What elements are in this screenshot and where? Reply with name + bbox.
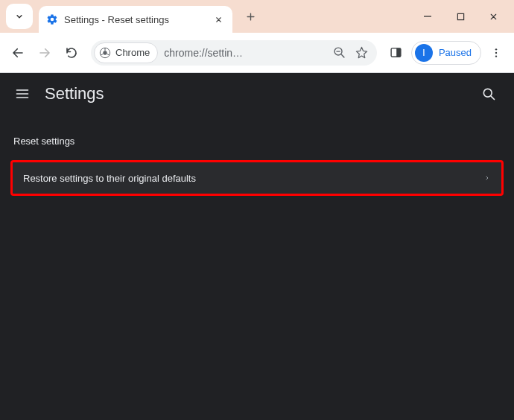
star-icon bbox=[355, 46, 368, 59]
kebab-icon bbox=[490, 47, 502, 59]
plus-icon bbox=[245, 11, 256, 22]
svg-point-6 bbox=[495, 48, 497, 50]
restore-defaults-label: Restore settings to their original defau… bbox=[23, 173, 483, 184]
arrow-left-icon bbox=[11, 46, 25, 60]
site-chip-label: Chrome bbox=[115, 47, 150, 58]
close-icon bbox=[489, 12, 498, 22]
settings-header: Settings bbox=[0, 73, 514, 115]
svg-rect-5 bbox=[397, 48, 402, 57]
url-text: chrome://settin… bbox=[164, 47, 329, 59]
avatar-initial: I bbox=[422, 48, 425, 58]
bookmark-button[interactable] bbox=[352, 42, 372, 63]
svg-rect-0 bbox=[457, 13, 463, 19]
chevron-down-icon bbox=[14, 11, 25, 22]
chrome-menu-button[interactable] bbox=[484, 41, 508, 65]
new-tab-button[interactable] bbox=[240, 6, 261, 27]
svg-point-2 bbox=[103, 51, 107, 54]
maximize-button[interactable] bbox=[444, 4, 477, 28]
avatar: I bbox=[415, 44, 433, 62]
close-icon bbox=[215, 16, 223, 24]
chrome-logo-icon bbox=[99, 47, 111, 59]
window-titlebar: Settings - Reset settings bbox=[0, 0, 514, 33]
search-icon bbox=[481, 86, 496, 101]
section-label: Reset settings bbox=[0, 115, 514, 156]
back-button[interactable] bbox=[6, 41, 30, 65]
window-controls bbox=[411, 0, 510, 33]
minimize-icon bbox=[423, 12, 432, 21]
zoom-out-icon bbox=[333, 46, 346, 59]
profile-status: Paused bbox=[439, 47, 472, 58]
tab-close-button[interactable] bbox=[212, 13, 225, 26]
chevron-right-icon bbox=[483, 174, 491, 182]
site-chip[interactable]: Chrome bbox=[94, 42, 158, 63]
omnibox-actions bbox=[329, 42, 372, 63]
page-title: Settings bbox=[45, 84, 104, 104]
reload-icon bbox=[65, 46, 78, 60]
minimize-button[interactable] bbox=[411, 4, 444, 28]
tab-search-button[interactable] bbox=[6, 4, 33, 29]
panel-icon bbox=[390, 46, 402, 59]
address-bar[interactable]: Chrome chrome://settin… bbox=[91, 40, 377, 66]
search-settings-button[interactable] bbox=[480, 85, 498, 103]
side-panel-button[interactable] bbox=[384, 41, 408, 65]
forward-button[interactable] bbox=[33, 41, 57, 65]
browser-toolbar: Chrome chrome://settin… I Paused bbox=[0, 33, 514, 73]
hamburger-icon bbox=[15, 86, 30, 101]
zoom-button[interactable] bbox=[329, 42, 350, 63]
close-window-button[interactable] bbox=[477, 4, 510, 28]
profile-chip[interactable]: I Paused bbox=[411, 41, 481, 65]
browser-tab[interactable]: Settings - Reset settings bbox=[39, 6, 232, 33]
svg-point-8 bbox=[495, 55, 497, 57]
gear-icon bbox=[46, 13, 58, 25]
arrow-right-icon bbox=[38, 46, 51, 60]
reload-button[interactable] bbox=[60, 41, 83, 65]
tab-title: Settings - Reset settings bbox=[64, 14, 207, 25]
settings-menu-button[interactable] bbox=[13, 85, 31, 103]
maximize-icon bbox=[457, 13, 465, 21]
settings-page: Settings Reset settings Restore settings… bbox=[0, 73, 514, 420]
svg-point-7 bbox=[495, 51, 497, 53]
restore-defaults-row[interactable]: Restore settings to their original defau… bbox=[10, 160, 504, 196]
svg-point-9 bbox=[483, 89, 492, 97]
